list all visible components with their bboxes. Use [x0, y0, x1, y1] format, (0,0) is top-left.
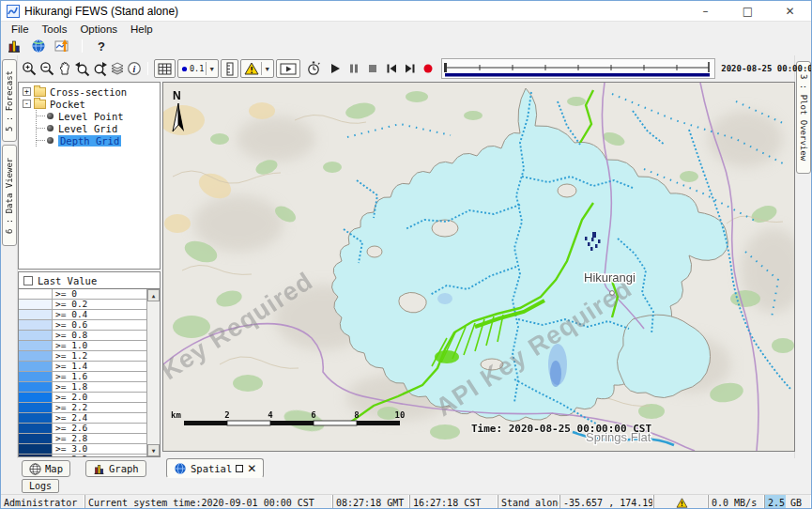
map-svg: API Key Required API Key Required Hikura… — [163, 83, 794, 451]
zoom-in-button[interactable] — [22, 58, 38, 79]
legend-label: >= 3.0 — [53, 444, 87, 454]
legend-label: >= 2.4 — [53, 413, 87, 423]
memory-text: 2.5 GB — [768, 498, 802, 508]
legend-label: >= 1.0 — [53, 341, 87, 350]
database-chart-icon[interactable] — [5, 38, 23, 54]
legend-label: >= 2.8 — [53, 434, 87, 443]
folder-icon — [34, 87, 46, 97]
map-canvas[interactable]: API Key Required API Key Required Hikura… — [162, 82, 795, 452]
legend-list[interactable]: >= 0 >= 0.2 >= 0.4 >= 0.6 >= 0.8 >= 1.0 … — [19, 288, 160, 456]
tree-node-label: Level Grid — [58, 123, 117, 134]
legend-swatch — [19, 310, 53, 319]
tree-node-level-grid[interactable]: Level Grid — [37, 122, 160, 134]
tree-node-pocket[interactable]: - Pocket — [23, 98, 160, 110]
app-window: Hikurangi FEWS (Stand alone) – □ ✕ File … — [0, 0, 812, 509]
menu-tools[interactable]: Tools — [36, 23, 74, 35]
legend-label: >= 1.8 — [53, 382, 87, 392]
last-value-label: Last Value — [38, 275, 97, 286]
app-logo-icon — [7, 5, 20, 18]
restore-icon[interactable] — [236, 465, 243, 472]
stop-button[interactable] — [366, 58, 379, 79]
collapse-icon[interactable]: - — [23, 100, 31, 108]
scroll-up-icon[interactable]: ▲ — [147, 289, 160, 301]
wire-globe-icon — [29, 463, 41, 475]
play-button[interactable] — [329, 58, 342, 79]
tab-map[interactable]: Map — [22, 460, 70, 477]
timeline-slider[interactable] — [441, 58, 715, 79]
chevron-down-icon: ▼ — [261, 62, 270, 75]
warning-dropdown[interactable]: ! ▼ — [240, 59, 274, 78]
tab-data-viewer[interactable]: 6 : Data Viewer — [2, 145, 17, 246]
node-bullet-icon — [47, 125, 54, 131]
legend-label: >= 1.2 — [53, 351, 87, 361]
zoom-next-button[interactable] — [92, 58, 108, 79]
logs-button[interactable]: Logs — [22, 479, 59, 493]
last-value-checkbox[interactable] — [23, 276, 33, 285]
tree-node-level-point[interactable]: Level Point — [37, 110, 160, 122]
status-transfer-rate: 0.0 MB/s — [708, 495, 764, 509]
expand-icon[interactable]: + — [23, 87, 31, 96]
menu-options[interactable]: Options — [73, 23, 124, 35]
scale-unit: km — [171, 410, 181, 420]
tab-forecast[interactable]: 5 : Forecast — [2, 59, 17, 142]
toolbar-separator — [147, 62, 148, 75]
timeseries-import-icon[interactable] — [54, 38, 72, 54]
tree-children: Level Point Level Grid Depth Grid — [36, 110, 160, 147]
interval-value: 0.1 — [190, 64, 204, 73]
step-end-button[interactable] — [404, 58, 417, 79]
status-warning-cell[interactable]: ! — [653, 495, 708, 509]
zoom-out-button[interactable] — [39, 58, 55, 79]
legend-label: >= 0.6 — [53, 320, 87, 330]
status-mode: Stand alone — [498, 495, 559, 509]
town-label: Hikurangi — [584, 270, 636, 285]
menu-bar: File Tools Options Help — [1, 22, 811, 37]
svg-text:i: i — [133, 64, 136, 74]
legend-label: >= 3.2 — [53, 455, 87, 456]
tree-node-label-selected: Depth Grid — [58, 135, 121, 147]
left-tab-strip: 5 : Forecast 6 : Data Viewer — [1, 55, 18, 458]
scroll-down-icon[interactable]: ▼ — [147, 444, 160, 456]
tree-node-label: Pocket — [50, 99, 85, 110]
tree-node-depth-grid[interactable]: Depth Grid — [37, 134, 160, 147]
timeline-datetime: 2020-08-25 00:00:00 CST — [721, 64, 812, 73]
legend-label: >= 0.8 — [53, 331, 87, 340]
help-button[interactable]: ? — [92, 38, 111, 54]
main-toolbar: ? — [1, 37, 811, 55]
status-user: Administrator — [1, 495, 84, 509]
close-button[interactable]: ✕ — [769, 1, 811, 21]
record-button[interactable] — [422, 58, 434, 79]
legend-swatch — [19, 372, 53, 381]
grid-toggle-button[interactable] — [154, 59, 176, 78]
pause-button[interactable] — [347, 58, 360, 79]
tab-plot-overview[interactable]: 3 : Plot Overview — [796, 61, 811, 174]
globe-icon[interactable] — [29, 38, 48, 54]
bar-chart-icon — [93, 463, 105, 475]
map-toolbar: i 0.1 ▼ ! ▼ — [18, 55, 794, 82]
tab-spatial[interactable]: Spatial ✕ — [166, 458, 264, 478]
maximize-button[interactable]: □ — [727, 1, 769, 21]
layer-tree[interactable]: + Cross-section - Pocket Level Point — [18, 82, 161, 270]
legend-swatch — [19, 434, 53, 443]
menu-help[interactable]: Help — [124, 23, 160, 35]
stopwatch-button[interactable] — [306, 58, 321, 79]
info-button[interactable]: i — [127, 58, 142, 79]
scale-tick: 10 — [395, 410, 406, 420]
pan-hand-button[interactable] — [57, 58, 72, 79]
animation-button[interactable] — [276, 59, 300, 78]
legend-row: >= 3.2 — [19, 455, 146, 456]
scale-ruler-button[interactable] — [221, 59, 238, 78]
legend-swatch — [19, 341, 53, 350]
menu-file[interactable]: File — [5, 23, 36, 35]
tab-graph[interactable]: Graph — [85, 460, 146, 477]
minimize-button[interactable]: – — [684, 1, 727, 21]
tree-node-cross-section[interactable]: + Cross-section — [23, 85, 160, 98]
layers-button[interactable] — [110, 58, 125, 79]
tab-graph-label: Graph — [109, 463, 139, 474]
interval-dropdown[interactable]: 0.1 ▼ — [177, 59, 219, 78]
step-start-button[interactable] — [385, 58, 398, 79]
legend-scrollbar[interactable]: ▲ ▼ — [146, 289, 160, 456]
zoom-previous-button[interactable] — [74, 58, 90, 79]
close-tab-icon[interactable]: ✕ — [247, 463, 256, 474]
legend-panel: Last Value >= 0 >= 0.2 >= 0.4 >= 0.6 >= … — [18, 271, 161, 457]
legend-label: >= 2.6 — [53, 424, 87, 433]
